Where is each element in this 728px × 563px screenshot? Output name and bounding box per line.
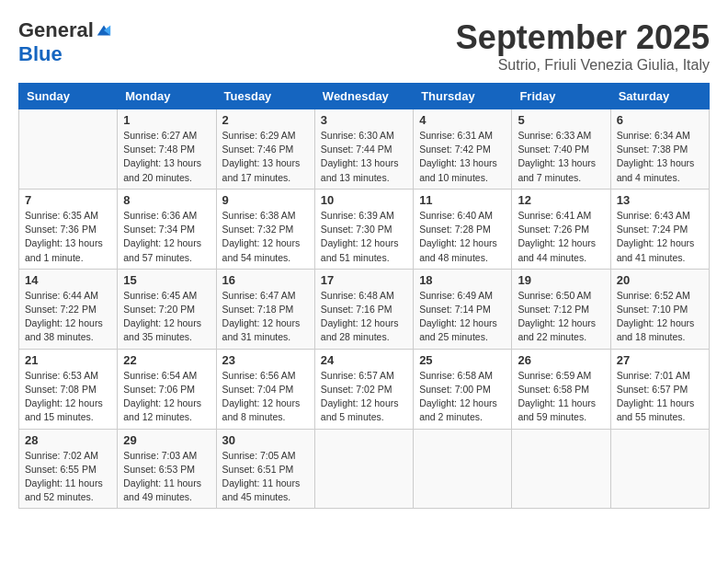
calendar-cell: 1Sunrise: 6:27 AMSunset: 7:48 PMDaylight…	[118, 109, 216, 190]
day-info: Sunrise: 6:41 AMSunset: 7:26 PMDaylight:…	[518, 209, 604, 265]
calendar-cell: 30Sunrise: 7:05 AMSunset: 6:51 PMDayligh…	[216, 429, 314, 509]
day-info: Sunrise: 6:36 AMSunset: 7:34 PMDaylight:…	[123, 209, 210, 265]
day-info: Sunrise: 7:01 AMSunset: 6:57 PMDaylight:…	[617, 369, 703, 425]
calendar-cell: 22Sunrise: 6:54 AMSunset: 7:06 PMDayligh…	[118, 349, 216, 429]
day-number: 26	[518, 353, 604, 367]
calendar-cell: 24Sunrise: 6:57 AMSunset: 7:02 PMDayligh…	[314, 349, 413, 429]
day-info: Sunrise: 7:05 AMSunset: 6:51 PMDaylight:…	[222, 449, 309, 505]
day-number: 25	[419, 353, 506, 367]
day-info: Sunrise: 6:56 AMSunset: 7:04 PMDaylight:…	[222, 369, 309, 425]
day-info: Sunrise: 6:57 AMSunset: 7:02 PMDaylight:…	[321, 369, 407, 425]
calendar-cell	[512, 429, 610, 509]
day-number: 24	[321, 353, 407, 367]
day-info: Sunrise: 6:45 AMSunset: 7:20 PMDaylight:…	[123, 289, 210, 345]
day-info: Sunrise: 6:34 AMSunset: 7:38 PMDaylight:…	[617, 129, 703, 185]
calendar-cell: 15Sunrise: 6:45 AMSunset: 7:20 PMDayligh…	[118, 269, 216, 349]
calendar-cell: 20Sunrise: 6:52 AMSunset: 7:10 PMDayligh…	[610, 269, 709, 349]
month-title: September 2025	[456, 18, 710, 57]
day-number: 1	[123, 113, 210, 127]
logo-general: General	[18, 18, 94, 42]
day-info: Sunrise: 6:38 AMSunset: 7:32 PMDaylight:…	[222, 209, 309, 265]
day-info: Sunrise: 6:39 AMSunset: 7:30 PMDaylight:…	[321, 209, 407, 265]
day-number: 5	[518, 113, 604, 127]
day-info: Sunrise: 6:44 AMSunset: 7:22 PMDaylight:…	[25, 289, 111, 345]
calendar-cell: 25Sunrise: 6:58 AMSunset: 7:00 PMDayligh…	[414, 349, 512, 429]
day-info: Sunrise: 6:43 AMSunset: 7:24 PMDaylight:…	[617, 209, 703, 265]
day-number: 22	[123, 353, 210, 367]
calendar-cell: 14Sunrise: 6:44 AMSunset: 7:22 PMDayligh…	[19, 269, 118, 349]
day-number: 29	[123, 433, 210, 447]
calendar-cell: 21Sunrise: 6:53 AMSunset: 7:08 PMDayligh…	[19, 349, 118, 429]
day-number: 7	[25, 193, 111, 207]
calendar-cell	[314, 429, 413, 509]
day-number: 18	[419, 273, 506, 287]
day-number: 12	[518, 193, 604, 207]
day-number: 2	[222, 113, 309, 127]
day-info: Sunrise: 6:48 AMSunset: 7:16 PMDaylight:…	[321, 289, 407, 345]
header-wednesday: Wednesday	[314, 84, 413, 109]
day-number: 11	[419, 193, 506, 207]
day-number: 28	[25, 433, 111, 447]
day-number: 4	[419, 113, 506, 127]
calendar-cell: 26Sunrise: 6:59 AMSunset: 6:58 PMDayligh…	[512, 349, 610, 429]
title-section: September 2025 Sutrio, Friuli Venezia Gi…	[456, 18, 710, 74]
day-info: Sunrise: 7:02 AMSunset: 6:55 PMDaylight:…	[25, 449, 111, 505]
week-row-3: 14Sunrise: 6:44 AMSunset: 7:22 PMDayligh…	[19, 269, 710, 349]
day-number: 10	[321, 193, 407, 207]
logo: General Blue	[18, 18, 112, 66]
subtitle: Sutrio, Friuli Venezia Giulia, Italy	[456, 57, 710, 74]
day-number: 21	[25, 353, 111, 367]
day-number: 27	[617, 353, 703, 367]
calendar-cell: 8Sunrise: 6:36 AMSunset: 7:34 PMDaylight…	[118, 189, 216, 269]
day-info: Sunrise: 6:54 AMSunset: 7:06 PMDaylight:…	[123, 369, 210, 425]
logo-blue: Blue	[18, 42, 63, 65]
calendar-cell: 9Sunrise: 6:38 AMSunset: 7:32 PMDaylight…	[216, 189, 314, 269]
day-info: Sunrise: 6:53 AMSunset: 7:08 PMDaylight:…	[25, 369, 111, 425]
day-number: 13	[617, 193, 703, 207]
week-row-4: 21Sunrise: 6:53 AMSunset: 7:08 PMDayligh…	[19, 349, 710, 429]
day-info: Sunrise: 6:31 AMSunset: 7:42 PMDaylight:…	[419, 129, 506, 185]
calendar-cell: 11Sunrise: 6:40 AMSunset: 7:28 PMDayligh…	[414, 189, 512, 269]
calendar-cell: 16Sunrise: 6:47 AMSunset: 7:18 PMDayligh…	[216, 269, 314, 349]
week-row-1: 1Sunrise: 6:27 AMSunset: 7:48 PMDaylight…	[19, 109, 710, 190]
day-info: Sunrise: 6:52 AMSunset: 7:10 PMDaylight:…	[617, 289, 703, 345]
calendar-cell: 19Sunrise: 6:50 AMSunset: 7:12 PMDayligh…	[512, 269, 610, 349]
calendar-cell: 4Sunrise: 6:31 AMSunset: 7:42 PMDaylight…	[414, 109, 512, 190]
day-info: Sunrise: 6:29 AMSunset: 7:46 PMDaylight:…	[222, 129, 309, 185]
day-info: Sunrise: 7:03 AMSunset: 6:53 PMDaylight:…	[123, 449, 210, 505]
header-saturday: Saturday	[610, 84, 709, 109]
header-thursday: Thursday	[414, 84, 512, 109]
calendar: SundayMondayTuesdayWednesdayThursdayFrid…	[18, 83, 710, 509]
calendar-cell: 29Sunrise: 7:03 AMSunset: 6:53 PMDayligh…	[118, 429, 216, 509]
day-info: Sunrise: 6:49 AMSunset: 7:14 PMDaylight:…	[419, 289, 506, 345]
calendar-cell: 12Sunrise: 6:41 AMSunset: 7:26 PMDayligh…	[512, 189, 610, 269]
week-row-2: 7Sunrise: 6:35 AMSunset: 7:36 PMDaylight…	[19, 189, 710, 269]
calendar-cell: 3Sunrise: 6:30 AMSunset: 7:44 PMDaylight…	[314, 109, 413, 190]
calendar-cell	[610, 429, 709, 509]
day-number: 3	[321, 113, 407, 127]
calendar-cell: 18Sunrise: 6:49 AMSunset: 7:14 PMDayligh…	[414, 269, 512, 349]
day-info: Sunrise: 6:58 AMSunset: 7:00 PMDaylight:…	[419, 369, 506, 425]
day-number: 8	[123, 193, 210, 207]
calendar-cell	[19, 109, 118, 190]
calendar-header-row: SundayMondayTuesdayWednesdayThursdayFrid…	[19, 84, 710, 109]
logo-icon	[96, 22, 112, 39]
day-number: 19	[518, 273, 604, 287]
day-info: Sunrise: 6:59 AMSunset: 6:58 PMDaylight:…	[518, 369, 604, 425]
calendar-cell: 28Sunrise: 7:02 AMSunset: 6:55 PMDayligh…	[19, 429, 118, 509]
day-info: Sunrise: 6:35 AMSunset: 7:36 PMDaylight:…	[25, 209, 111, 265]
day-info: Sunrise: 6:40 AMSunset: 7:28 PMDaylight:…	[419, 209, 506, 265]
calendar-cell: 13Sunrise: 6:43 AMSunset: 7:24 PMDayligh…	[610, 189, 709, 269]
calendar-cell: 10Sunrise: 6:39 AMSunset: 7:30 PMDayligh…	[314, 189, 413, 269]
calendar-cell: 23Sunrise: 6:56 AMSunset: 7:04 PMDayligh…	[216, 349, 314, 429]
calendar-cell: 6Sunrise: 6:34 AMSunset: 7:38 PMDaylight…	[610, 109, 709, 190]
day-number: 30	[222, 433, 309, 447]
header-monday: Monday	[118, 84, 216, 109]
page-header: General Blue September 2025 Sutrio, Friu…	[18, 18, 710, 74]
day-number: 9	[222, 193, 309, 207]
day-number: 6	[617, 113, 703, 127]
day-number: 20	[617, 273, 703, 287]
day-number: 23	[222, 353, 309, 367]
day-info: Sunrise: 6:27 AMSunset: 7:48 PMDaylight:…	[123, 129, 210, 185]
header-friday: Friday	[512, 84, 610, 109]
